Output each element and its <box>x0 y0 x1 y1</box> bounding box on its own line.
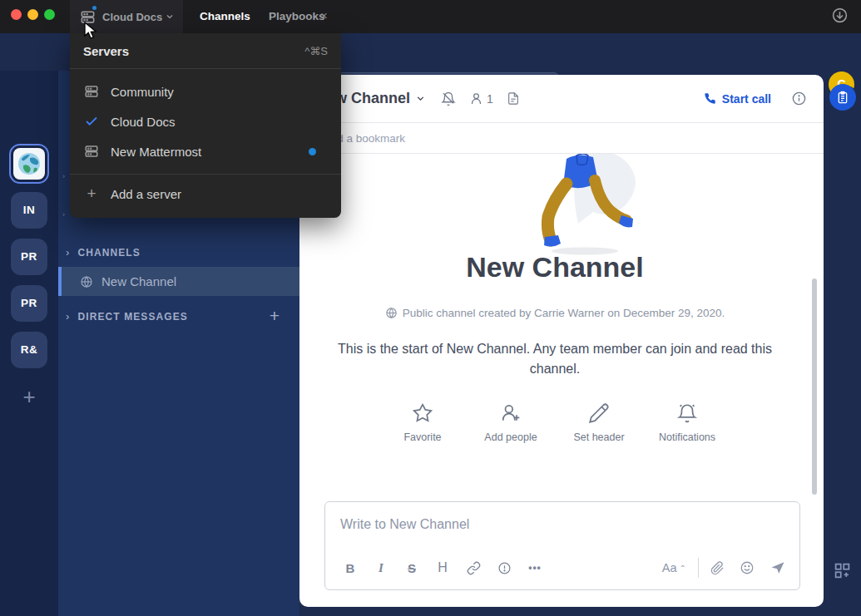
action-label: Favorite <box>403 431 441 443</box>
selected-channel-bar <box>58 267 62 296</box>
server-item-new-mattermost[interactable]: New Mattermost <box>70 136 341 166</box>
add-people-button[interactable]: Add people <box>481 402 541 443</box>
bell-icon <box>676 402 698 424</box>
team-initials: R& <box>21 343 38 356</box>
scrollbar[interactable] <box>812 278 817 495</box>
servers-dropdown-menu: Servers ^⌘S Community Cloud Docs New Mat… <box>70 33 341 218</box>
server-unread-dot <box>91 4 98 12</box>
message-composer: Write to New Channel B I S H ••• Aa ⌃ <box>324 501 800 590</box>
channel-intro-heading: New Channel <box>299 251 810 283</box>
hide-formatting-button[interactable]: Aa <box>662 561 677 574</box>
server-item-cloud-docs[interactable]: Cloud Docs <box>70 106 341 136</box>
pencil-icon <box>588 402 610 424</box>
send-icon[interactable] <box>769 559 786 576</box>
favorite-button[interactable]: Favorite <box>393 402 453 443</box>
members-icon[interactable] <box>469 91 483 106</box>
channel-name: New Channel <box>101 274 176 288</box>
notifications-button[interactable]: Notifications <box>657 402 717 443</box>
channel-intro-meta: Public channel created by Carrie Warner … <box>299 307 810 319</box>
add-team-button[interactable]: + <box>0 382 58 411</box>
message-input[interactable]: Write to New Channel <box>340 517 469 532</box>
hidden-category-chevron: › <box>62 172 65 180</box>
channel-header: New Channel 1 Start call <box>299 75 824 122</box>
server-tab-label: Cloud Docs <box>102 11 162 23</box>
add-direct-message-button[interactable]: + <box>270 306 280 326</box>
hidden-category-chevron: › <box>62 210 65 219</box>
globe-icon <box>17 151 42 176</box>
start-call-button[interactable]: Start call <box>704 92 771 106</box>
tab-playbooks[interactable]: Playbooks <box>269 0 325 33</box>
team-item[interactable]: IN <box>11 192 47 229</box>
chevron-right-icon: › <box>66 246 70 259</box>
add-server-label: Add a server <box>111 187 181 201</box>
pinned-file-icon[interactable] <box>507 91 520 106</box>
start-call-label: Start call <box>722 92 771 106</box>
team-item-active[interactable] <box>9 144 49 184</box>
playbooks-clipboard-icon <box>836 91 849 104</box>
download-icon[interactable] <box>831 7 849 24</box>
channel-intro-description: This is the start of New Channel. Any te… <box>322 339 788 379</box>
heading-button[interactable]: H <box>433 560 453 575</box>
strikethrough-button[interactable]: S <box>402 561 422 575</box>
team-globe-avatar <box>13 148 45 180</box>
server-item-community[interactable]: Community <box>70 76 341 106</box>
apps-grid-plus-icon[interactable] <box>834 562 851 579</box>
add-server-button[interactable]: + Add a server <box>70 175 341 213</box>
info-icon[interactable] <box>791 91 807 106</box>
close-window-button[interactable] <box>11 9 22 20</box>
star-icon <box>412 402 433 424</box>
plus-icon: + <box>83 185 100 203</box>
titlebar: Cloud Docs Channels Playbooks × <box>0 0 861 33</box>
globe-icon <box>80 275 93 288</box>
team-item[interactable]: R& <box>11 332 47 368</box>
chevron-right-icon: › <box>66 310 70 323</box>
channel-intro-actions: Favorite Add people Set header Notificat… <box>299 402 810 443</box>
add-bookmark-bar[interactable]: + Add a bookmark <box>299 122 824 154</box>
category-label: DIRECT MESSAGES <box>77 311 188 323</box>
category-channels[interactable]: › CHANNELS <box>66 246 141 259</box>
team-item[interactable]: PR <box>11 239 47 275</box>
team-initials: PR <box>21 297 37 309</box>
zoom-window-button[interactable] <box>44 9 55 20</box>
bold-button[interactable]: B <box>340 561 360 575</box>
main-content: New Channel 1 Start call + Add a bookmar… <box>299 75 824 607</box>
minimize-window-button[interactable] <box>27 9 38 20</box>
dropdown-title: Servers <box>83 44 129 58</box>
team-sidebar: IN PR PR R& + <box>0 71 58 616</box>
action-label: Notifications <box>659 431 715 443</box>
server-item-label: Cloud Docs <box>111 115 176 129</box>
emoji-icon[interactable] <box>740 560 755 575</box>
team-initials: IN <box>23 204 36 216</box>
bell-muted-icon[interactable] <box>441 91 456 106</box>
category-label: CHANNELS <box>77 247 140 259</box>
category-direct-messages[interactable]: › DIRECT MESSAGES <box>66 310 188 323</box>
set-header-button[interactable]: Set header <box>569 402 629 443</box>
close-tab-icon[interactable]: × <box>320 0 328 33</box>
team-initials: PR <box>21 250 37 263</box>
check-icon <box>83 114 100 129</box>
channel-created-text: Public channel created by Carrie Warner … <box>403 307 725 319</box>
chevron-down-icon <box>165 12 175 22</box>
team-item[interactable]: PR <box>11 285 47 322</box>
add-people-icon <box>500 402 522 424</box>
server-unread-dot <box>309 148 316 155</box>
paperclip-icon[interactable] <box>710 561 725 575</box>
cursor-arrow <box>83 22 98 40</box>
sidebar-item-new-channel[interactable]: New Channel <box>58 267 299 296</box>
running-person-illustration <box>512 154 645 255</box>
globe-icon <box>385 307 398 319</box>
more-formatting-button[interactable]: ••• <box>525 562 545 574</box>
chevron-down-icon[interactable] <box>415 93 426 104</box>
server-icon <box>83 144 100 159</box>
server-item-label: New Mattermost <box>111 145 201 159</box>
link-icon[interactable] <box>463 561 483 575</box>
dropdown-header: Servers ^⌘S <box>70 33 341 68</box>
phone-icon <box>704 92 716 105</box>
italic-button[interactable]: I <box>371 561 391 575</box>
tab-channels[interactable]: Channels <box>200 0 250 33</box>
priority-icon[interactable] <box>494 561 514 575</box>
caret-up-icon: ⌃ <box>680 564 686 573</box>
playbooks-sidebar-button[interactable] <box>829 84 856 111</box>
toolbar-divider <box>698 558 699 578</box>
channel-intro-illustration <box>299 154 810 255</box>
